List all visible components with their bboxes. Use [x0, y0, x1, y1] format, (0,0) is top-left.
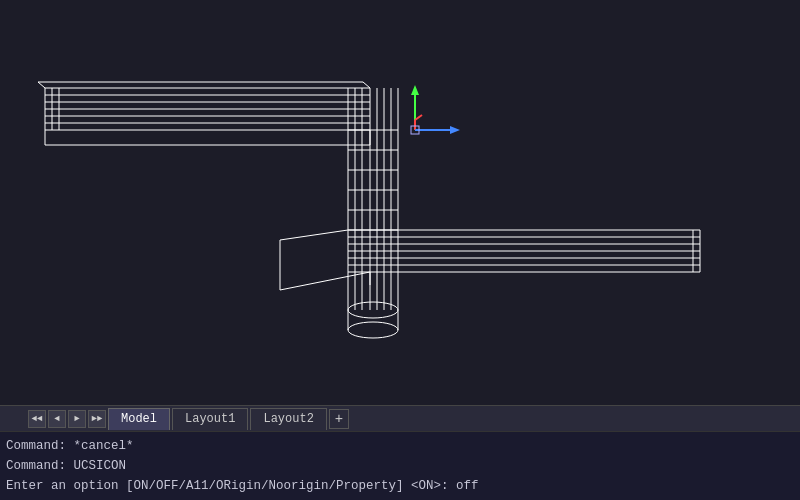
- tab-add-button[interactable]: +: [329, 409, 349, 429]
- command-line-1: Command: *cancel*: [6, 436, 794, 456]
- nav-first-button[interactable]: ◄◄: [28, 410, 46, 428]
- tab-model[interactable]: Model: [108, 408, 170, 430]
- nav-prev-button[interactable]: ◄: [48, 410, 66, 428]
- nav-next-button[interactable]: ►: [68, 410, 86, 428]
- wireframe-svg: [0, 0, 800, 405]
- svg-rect-0: [0, 0, 800, 405]
- command-line-2: Command: UCSICON: [6, 456, 794, 476]
- viewport: [0, 0, 800, 405]
- nav-last-button[interactable]: ►►: [88, 410, 106, 428]
- command-area: Command: *cancel* Command: UCSICON Enter…: [0, 431, 800, 500]
- command-line-3: Enter an option [ON/OFF/A11/ORigin/Noori…: [6, 476, 794, 496]
- canvas-area[interactable]: [0, 0, 800, 405]
- tab-bar: ◄◄ ◄ ► ►► Model Layout1 Layout2 +: [0, 405, 800, 431]
- tab-layout1[interactable]: Layout1: [172, 408, 248, 430]
- tab-layout2[interactable]: Layout2: [250, 408, 326, 430]
